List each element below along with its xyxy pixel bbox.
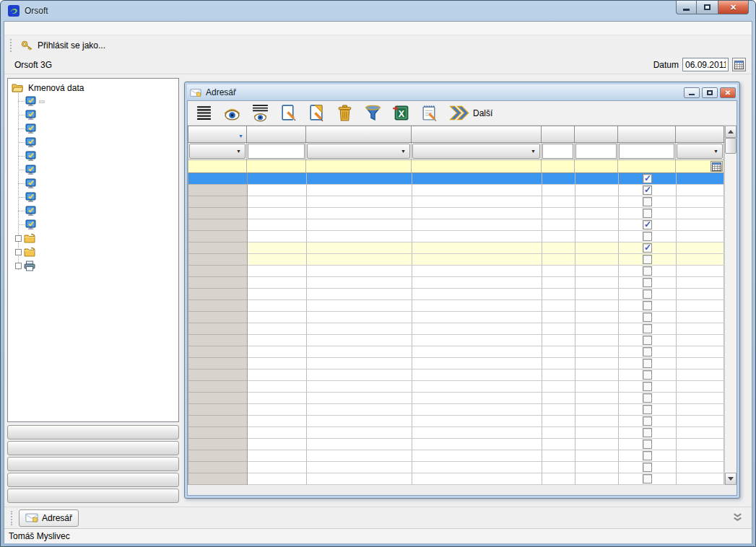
taskbar-grip[interactable] bbox=[11, 511, 13, 525]
dph-checkbox[interactable] bbox=[643, 301, 652, 310]
view-icon[interactable] bbox=[223, 104, 241, 122]
dph-checkbox[interactable] bbox=[643, 393, 652, 403]
expand-plus-icon[interactable] bbox=[15, 249, 22, 255]
quick-filter-cell[interactable] bbox=[247, 160, 306, 173]
table-row[interactable] bbox=[188, 473, 724, 485]
vertical-scrollbar[interactable] bbox=[724, 126, 737, 485]
tree-folder-item[interactable] bbox=[8, 232, 178, 245]
dph-checkbox[interactable] bbox=[643, 370, 652, 380]
dph-checkbox[interactable] bbox=[643, 255, 652, 264]
column-header[interactable] bbox=[676, 126, 724, 143]
dph-checkbox[interactable] bbox=[643, 185, 652, 195]
tree-module-item[interactable] bbox=[8, 163, 178, 177]
column-header[interactable] bbox=[306, 126, 412, 143]
filter-dropdown[interactable]: ▼ bbox=[677, 144, 723, 159]
insert-record-icon[interactable] bbox=[279, 104, 297, 122]
dph-checkbox[interactable] bbox=[643, 439, 652, 449]
dph-checkbox[interactable] bbox=[643, 359, 652, 368]
dph-checkbox[interactable] bbox=[643, 289, 652, 299]
table-row[interactable] bbox=[188, 266, 724, 277]
table-row[interactable] bbox=[188, 393, 724, 404]
dph-checkbox[interactable] bbox=[643, 232, 652, 241]
table-row[interactable] bbox=[188, 381, 724, 393]
dph-checkbox[interactable] bbox=[643, 405, 652, 414]
dph-checkbox[interactable] bbox=[643, 209, 652, 218]
delete-record-icon[interactable] bbox=[336, 104, 354, 122]
sidebar-nav-button[interactable] bbox=[7, 457, 179, 471]
table-row[interactable] bbox=[188, 335, 724, 346]
quick-filter-cell[interactable] bbox=[618, 160, 676, 173]
table-row[interactable] bbox=[188, 462, 724, 473]
dph-checkbox[interactable] bbox=[643, 312, 652, 322]
scroll-up-button[interactable] bbox=[725, 126, 737, 138]
column-header[interactable]: ▼ bbox=[188, 126, 247, 143]
adresar-titlebar[interactable]: Adresář ✕ bbox=[187, 84, 737, 100]
table-row[interactable] bbox=[188, 173, 724, 185]
expand-plus-icon[interactable] bbox=[15, 235, 22, 242]
quick-filter-cell[interactable] bbox=[676, 160, 724, 173]
dph-checkbox[interactable] bbox=[643, 428, 652, 437]
dph-checkbox[interactable] bbox=[643, 243, 652, 253]
maximize-button[interactable] bbox=[697, 1, 718, 14]
filter-input[interactable] bbox=[248, 144, 305, 159]
table-row[interactable] bbox=[188, 185, 724, 196]
table-row[interactable] bbox=[188, 208, 724, 219]
table-row[interactable] bbox=[188, 404, 724, 416]
minimize-button[interactable] bbox=[676, 1, 697, 14]
tree-module-item[interactable] bbox=[8, 177, 178, 191]
menu-item[interactable] bbox=[38, 27, 48, 30]
sidebar-nav-button[interactable] bbox=[7, 473, 179, 487]
dph-checkbox[interactable] bbox=[643, 278, 652, 287]
notes-icon[interactable] bbox=[420, 104, 438, 122]
column-header[interactable] bbox=[412, 126, 542, 143]
more-actions-button[interactable]: Další bbox=[448, 104, 492, 122]
filter-dropdown[interactable]: ▼ bbox=[189, 144, 246, 159]
column-header[interactable] bbox=[575, 126, 618, 143]
dph-checkbox[interactable] bbox=[643, 347, 652, 356]
menu-item[interactable] bbox=[7, 27, 17, 30]
quick-filter-cell[interactable] bbox=[575, 160, 618, 173]
taskbar-window-button[interactable]: Adresář bbox=[19, 509, 79, 527]
filter-icon[interactable] bbox=[364, 104, 382, 122]
table-row[interactable] bbox=[188, 439, 724, 450]
dph-checkbox[interactable] bbox=[643, 463, 652, 472]
quick-filter-cell[interactable] bbox=[188, 160, 247, 173]
table-row[interactable] bbox=[188, 346, 724, 358]
adresar-minimize-button[interactable] bbox=[684, 87, 700, 98]
tree-module-item[interactable] bbox=[8, 136, 178, 149]
titlebar[interactable]: Orsoft bbox=[1, 1, 755, 21]
tree-module-item[interactable] bbox=[8, 204, 178, 218]
filter-input[interactable] bbox=[542, 144, 573, 159]
sidebar-nav-button[interactable] bbox=[7, 441, 179, 455]
toolbar-grip[interactable] bbox=[10, 39, 12, 52]
sidebar-nav-button[interactable] bbox=[7, 489, 179, 503]
adresar-close-button[interactable]: ✕ bbox=[720, 87, 736, 98]
filter-dropdown[interactable]: ▼ bbox=[307, 144, 410, 159]
close-button[interactable]: ✕ bbox=[718, 1, 749, 14]
sidebar-nav-button[interactable] bbox=[7, 425, 179, 439]
table-row[interactable] bbox=[188, 312, 724, 323]
login-as-button[interactable]: Přihlásit se jako... bbox=[17, 38, 110, 54]
dph-checkbox[interactable] bbox=[643, 266, 652, 276]
dph-checkbox[interactable] bbox=[643, 416, 652, 426]
date-input[interactable] bbox=[682, 58, 729, 71]
dph-checkbox[interactable] bbox=[643, 451, 652, 460]
table-row[interactable] bbox=[188, 450, 724, 462]
table-row[interactable] bbox=[188, 231, 724, 242]
dph-checkbox[interactable] bbox=[643, 220, 652, 229]
quick-filter-cell[interactable] bbox=[412, 160, 542, 173]
tree-module-item[interactable] bbox=[8, 218, 178, 232]
tree-module-item[interactable] bbox=[8, 191, 178, 204]
table-row[interactable] bbox=[188, 254, 724, 266]
dph-checkbox[interactable] bbox=[643, 336, 652, 345]
table-row[interactable] bbox=[188, 219, 724, 231]
table-row[interactable] bbox=[188, 427, 724, 439]
quick-filter-cell[interactable] bbox=[542, 160, 575, 173]
tree-folder-item[interactable] bbox=[8, 259, 178, 273]
table-row[interactable] bbox=[188, 369, 724, 381]
quick-filter-cell[interactable] bbox=[306, 160, 412, 173]
dph-checkbox[interactable] bbox=[643, 197, 652, 206]
filter-input[interactable] bbox=[575, 144, 617, 159]
adresar-maximize-button[interactable] bbox=[702, 87, 718, 98]
quick-calendar-button[interactable] bbox=[711, 161, 723, 172]
